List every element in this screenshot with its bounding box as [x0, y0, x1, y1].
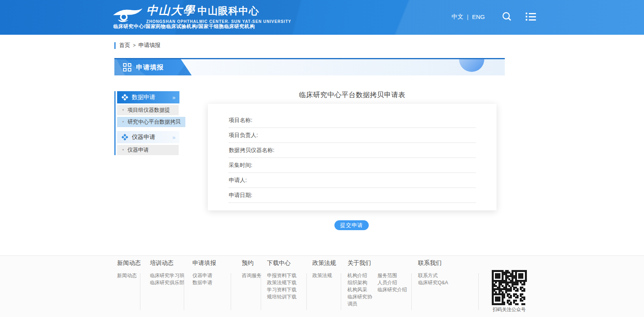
- page-footer: 新闻动态 新闻动态 培训动态 临床研究学习班 临床研究俱乐部 申请填报 仪器申请…: [0, 255, 644, 317]
- top-header: 中山大學 中山眼科中心 ZHONGSHAN OPHTHALMIC CENTER.…: [0, 0, 644, 35]
- footer-divider: [478, 274, 479, 310]
- form-title: 临床研究中心平台数据拷贝申请表: [208, 90, 497, 99]
- section-banner-label: 申请填报: [114, 59, 192, 75]
- sidebar-item-platform-data-copy[interactable]: • 研究中心平台数据拷贝: [117, 117, 185, 127]
- footer-col-title[interactable]: 关于我们: [347, 259, 411, 267]
- lang-divider: |: [467, 13, 469, 20]
- logo-center-name: 中山眼科中心: [198, 4, 259, 17]
- footer-divider: [306, 274, 307, 310]
- bullet-icon: •: [122, 119, 124, 125]
- eye-logo-icon: [112, 6, 143, 23]
- clover-icon: [122, 134, 128, 140]
- footer-col-downloads: 下载中心 申报资料下载 政策法规下载 学习资料下载 规培轮训下载: [267, 259, 306, 300]
- footer-link[interactable]: 机构风采: [347, 286, 372, 293]
- footer-divider: [261, 274, 261, 310]
- footer-link[interactable]: 人员介绍: [377, 279, 407, 286]
- bullet-icon: •: [122, 107, 124, 113]
- footer-divider: [184, 274, 184, 310]
- footer-divider: [231, 274, 231, 310]
- footer-divider: [140, 274, 140, 310]
- footer-col-title[interactable]: 联系我们: [418, 259, 478, 267]
- footer-col-reservation: 预约 咨询服务: [236, 259, 261, 279]
- language-switch: 中文 | ENG: [452, 13, 485, 21]
- footer-link[interactable]: 咨询服务: [242, 272, 261, 279]
- footer-col-contact: 联系我们 联系方式 临床研究Q&A: [418, 259, 478, 286]
- sidebar-item-label: 仪器申请: [127, 146, 149, 154]
- footer-link[interactable]: 临床研究俱乐部: [150, 279, 184, 286]
- site-logo[interactable]: 中山大學 中山眼科中心 ZHONGSHAN OPHTHALMIC CENTER.…: [112, 3, 291, 24]
- sidebar-item-instrument-application[interactable]: • 仪器申请: [117, 145, 179, 155]
- footer-link[interactable]: 政策法规: [312, 272, 341, 279]
- field-project-leader[interactable]: 项目负责人:: [229, 128, 476, 143]
- footer-link[interactable]: 数据申请: [192, 279, 231, 286]
- footer-link[interactable]: 政策法规下载: [267, 279, 306, 286]
- sidebar-group-label: 数据申请: [132, 94, 155, 101]
- qr-code: [492, 270, 526, 305]
- footer-link[interactable]: 仪器申请: [192, 272, 231, 279]
- footer-link[interactable]: 临床研究Q&A: [418, 279, 478, 286]
- sidebar-item-label: 研究中心平台数据拷贝: [127, 118, 181, 126]
- footer-link[interactable]: 新闻动态: [117, 272, 140, 279]
- sidebar-group-data-application[interactable]: 数据申请 »: [117, 91, 179, 103]
- sidebar-group-instrument-application[interactable]: 仪器申请 »: [117, 131, 179, 143]
- bullet-icon: •: [122, 147, 124, 153]
- footer-link[interactable]: 临床研究协调员: [347, 293, 372, 308]
- footer-divider: [341, 274, 341, 310]
- submit-application-button[interactable]: 提交申请: [334, 220, 369, 230]
- sidebar-item-label: 项目组仪器数据提: [127, 107, 170, 114]
- footer-col-application: 申请填报 仪器申请 数据申请: [192, 259, 231, 286]
- lang-english-link[interactable]: ENG: [472, 13, 485, 20]
- footer-divider: [411, 274, 412, 310]
- footer-col-title[interactable]: 政策法规: [312, 259, 341, 267]
- sidebar-accent-line: [114, 91, 116, 155]
- field-collection-time[interactable]: 采集时间:: [229, 158, 476, 173]
- footer-link[interactable]: 机构介绍: [347, 272, 372, 279]
- sidebar-item-project-instrument-data[interactable]: • 项目组仪器数据提: [117, 105, 179, 115]
- application-form-card: 项目名称: 项目负责人: 数据拷贝仪器名称: 采集时间: 申请人: 申请日期:: [208, 104, 497, 210]
- footer-link[interactable]: 申报资料下载: [267, 272, 306, 279]
- footer-link[interactable]: 组织架构: [347, 279, 372, 286]
- qr-caption: 扫码关注公众号: [475, 306, 543, 313]
- breadcrumb-accent-bar: [114, 42, 116, 49]
- field-instrument-name[interactable]: 数据拷贝仪器名称:: [229, 143, 476, 158]
- footer-col-about-us: 关于我们 机构介绍 组织架构 机构风采 临床研究协调员 服务范围 人员介绍 临床…: [347, 259, 411, 308]
- breadcrumb-separator: >: [133, 43, 136, 48]
- logo-university-name: 中山大學: [146, 3, 195, 19]
- section-title: 申请填报: [136, 63, 164, 72]
- section-banner: 申请填报: [114, 58, 505, 75]
- footer-link[interactable]: 临床研究介绍: [377, 286, 407, 293]
- breadcrumb: 首页 > 申请填报: [114, 42, 161, 49]
- breadcrumb-home-link[interactable]: 首页: [119, 42, 130, 49]
- grid-icon: [123, 63, 131, 71]
- footer-col-title[interactable]: 新闻动态: [117, 259, 140, 267]
- footer-link[interactable]: 联系方式: [418, 272, 478, 279]
- footer-link[interactable]: 服务范围: [377, 272, 407, 279]
- footer-col-news: 新闻动态 新闻动态: [117, 259, 140, 279]
- banner-decor-circle: [459, 59, 484, 72]
- footer-link[interactable]: 规培轮训下载: [267, 293, 306, 300]
- footer-col-title[interactable]: 下载中心: [267, 259, 306, 267]
- sidebar-group-label: 仪器申请: [132, 133, 155, 141]
- lang-chinese-link[interactable]: 中文: [452, 13, 463, 21]
- footer-col-title[interactable]: 培训动态: [150, 259, 184, 267]
- footer-col-policies: 政策法规 政策法规: [312, 259, 341, 279]
- chevron-double-right-icon: »: [172, 134, 175, 141]
- header-tagline: 临床研究中心/国家药物临床试验机构/国家干细胞临床研究机构: [113, 23, 255, 30]
- footer-col-title[interactable]: 预约: [242, 259, 261, 267]
- side-navigation: 数据申请 » • 项目组仪器数据提 • 研究中心平台数据拷贝 仪器申请 » • …: [114, 91, 187, 155]
- chevron-double-right-icon: »: [172, 94, 175, 101]
- field-project-name[interactable]: 项目名称:: [229, 113, 476, 128]
- clover-icon: [122, 94, 128, 100]
- field-application-date[interactable]: 申请日期:: [229, 188, 476, 203]
- footer-col-training: 培训动态 临床研究学习班 临床研究俱乐部: [150, 259, 184, 286]
- field-applicant[interactable]: 申请人:: [229, 173, 476, 188]
- footer-link[interactable]: 学习资料下载: [267, 286, 306, 293]
- search-icon[interactable]: [501, 11, 512, 22]
- breadcrumb-current: 申请填报: [138, 42, 161, 49]
- hamburger-menu-icon[interactable]: [525, 12, 537, 21]
- footer-col-title[interactable]: 申请填报: [192, 259, 231, 267]
- footer-link[interactable]: 临床研究学习班: [150, 272, 184, 279]
